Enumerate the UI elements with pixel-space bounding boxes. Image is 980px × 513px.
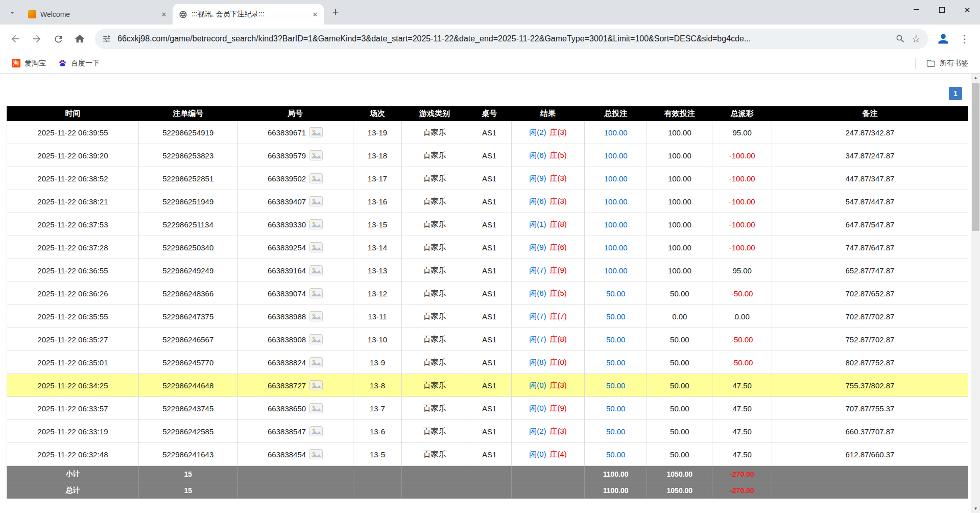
summary-valid-bet: 1050.00 — [647, 482, 712, 499]
total-bet-link[interactable]: 50.00 — [606, 335, 626, 344]
back-button[interactable] — [5, 29, 26, 49]
table-foot: 小计 15 1100.00 1050.00 -270.00 总计 15 1100… — [7, 466, 968, 499]
round-replay-icon[interactable] — [309, 426, 323, 436]
total-bet-link[interactable]: 100.00 — [604, 220, 628, 229]
total-bet-link[interactable]: 50.00 — [606, 427, 626, 436]
round-replay-icon[interactable] — [309, 150, 323, 160]
new-tab-button[interactable]: + — [328, 5, 343, 20]
maximize-button[interactable] — [929, 0, 954, 19]
total-bet-link[interactable]: 100.00 — [604, 128, 628, 137]
menu-button[interactable]: ⋮ — [954, 29, 975, 49]
round-replay-icon[interactable] — [309, 127, 323, 137]
cell-round: 663838727 — [237, 374, 353, 397]
baidu-paw-icon — [58, 59, 67, 67]
cell-game: 百家乐 — [402, 167, 467, 190]
summary-label: 小计 — [7, 466, 139, 482]
reload-button[interactable] — [48, 29, 68, 49]
tab-welcome[interactable]: Welcome ✕ — [21, 4, 173, 25]
total-bet-link[interactable]: 100.00 — [604, 197, 628, 206]
cell-result: 闲(1)庄(8) — [512, 213, 585, 236]
bookmarks-separator — [915, 58, 916, 69]
total-bet-link[interactable]: 50.00 — [606, 450, 626, 459]
total-bet-link[interactable]: 50.00 — [606, 289, 626, 298]
forward-button[interactable] — [27, 29, 47, 49]
tab-bet-record[interactable]: :::视讯, 会员下注纪录::: ✕ — [173, 4, 324, 25]
round-number: 663839074 — [268, 289, 306, 298]
cell-result: 闲(6)庄(3) — [512, 190, 585, 213]
cell-bet-id: 522986242585 — [138, 420, 237, 443]
round-number: 663839330 — [268, 220, 306, 229]
cell-remark: 702.87/702.87 — [772, 305, 968, 328]
minimize-button[interactable] — [903, 0, 929, 19]
total-bet-link[interactable]: 100.00 — [604, 174, 628, 183]
window-controls: ✕ — [903, 0, 980, 19]
scroll-down-button[interactable]: ▼ — [971, 504, 980, 513]
table-row: 2025-11-22 06:39:20 522986253823 6638395… — [7, 144, 968, 167]
page-1-button[interactable]: 1 — [949, 87, 962, 100]
profile-button[interactable] — [933, 29, 953, 49]
cell-result: 闲(2)庄(3) — [512, 420, 585, 443]
round-replay-icon[interactable] — [309, 196, 323, 206]
bookmark-aitaobao[interactable]: 淘 爱淘宝 — [7, 56, 51, 71]
home-button[interactable] — [69, 29, 90, 49]
globe-favicon-icon — [179, 10, 187, 19]
cell-result: 闲(2)庄(3) — [512, 121, 585, 144]
close-window-button[interactable]: ✕ — [954, 0, 980, 19]
round-replay-icon[interactable] — [309, 219, 323, 229]
cell-game: 百家乐 — [402, 190, 467, 213]
column-header-7: 总投注 — [585, 107, 647, 121]
round-replay-icon[interactable] — [309, 311, 323, 321]
total-bet-link[interactable]: 50.00 — [606, 404, 626, 413]
round-replay-icon[interactable] — [309, 173, 323, 183]
zoom-icon[interactable] — [895, 34, 905, 44]
scroll-up-button[interactable]: ▲ — [971, 74, 980, 82]
total-bet-link[interactable]: 100.00 — [604, 151, 628, 160]
site-info-icon[interactable] — [102, 34, 111, 43]
cell-round: 663838988 — [237, 305, 353, 328]
summary-payout: -270.00 — [712, 466, 772, 482]
round-replay-icon[interactable] — [309, 357, 323, 367]
scrollbar-thumb[interactable] — [972, 83, 979, 231]
cell-game: 百家乐 — [402, 282, 467, 305]
cell-bet-id: 522986254919 — [138, 121, 237, 144]
tab-close-icon[interactable]: ✕ — [159, 10, 169, 19]
forward-arrow-icon — [31, 33, 42, 44]
round-replay-icon[interactable] — [309, 334, 323, 344]
cell-total-bet: 50.00 — [585, 282, 647, 305]
cell-session: 13-5 — [353, 443, 402, 466]
round-replay-icon[interactable] — [309, 449, 323, 459]
summary-empty — [467, 466, 512, 482]
three-dots-icon: ⋮ — [960, 34, 970, 44]
tab-title: Welcome — [40, 10, 155, 18]
cell-valid-bet: 0.00 — [647, 305, 712, 328]
total-bet-link[interactable]: 100.00 — [604, 266, 628, 275]
cell-session: 13-16 — [353, 190, 402, 213]
cell-result: 闲(8)庄(0) — [512, 351, 585, 374]
cell-valid-bet: 100.00 — [647, 121, 712, 144]
address-bar[interactable]: 66cxkj98.com/game/betrecord_search/kind3… — [95, 29, 928, 49]
bookmark-star-icon[interactable]: ☆ — [912, 34, 921, 44]
round-replay-icon[interactable] — [309, 242, 323, 252]
cell-remark: 647.87/547.87 — [772, 213, 968, 236]
all-bookmarks-button[interactable]: 所有书签 — [922, 56, 973, 71]
total-bet-link[interactable]: 50.00 — [606, 381, 626, 390]
round-replay-icon[interactable] — [309, 403, 323, 413]
total-bet-link[interactable]: 50.00 — [606, 312, 626, 321]
cell-session: 13-10 — [353, 328, 402, 351]
cell-table: AS1 — [467, 144, 512, 167]
cell-game: 百家乐 — [402, 374, 467, 397]
total-bet-link[interactable]: 100.00 — [604, 243, 628, 252]
tab-close-icon[interactable]: ✕ — [310, 10, 320, 19]
cell-total-bet: 50.00 — [585, 374, 647, 397]
result-banker: 庄(6) — [550, 243, 567, 251]
total-bet-link[interactable]: 50.00 — [606, 358, 626, 367]
round-replay-icon[interactable] — [309, 288, 323, 298]
profile-avatar-icon — [937, 33, 949, 45]
bookmark-baidu[interactable]: 百度一下 — [54, 56, 104, 71]
tab-search-button[interactable] — [5, 6, 19, 20]
cell-result: 闲(9)庄(6) — [512, 236, 585, 259]
round-replay-icon[interactable] — [309, 265, 323, 275]
result-player: 闲(7) — [529, 335, 546, 343]
column-header-4: 游戏类别 — [402, 107, 467, 121]
round-replay-icon[interactable] — [309, 380, 323, 390]
